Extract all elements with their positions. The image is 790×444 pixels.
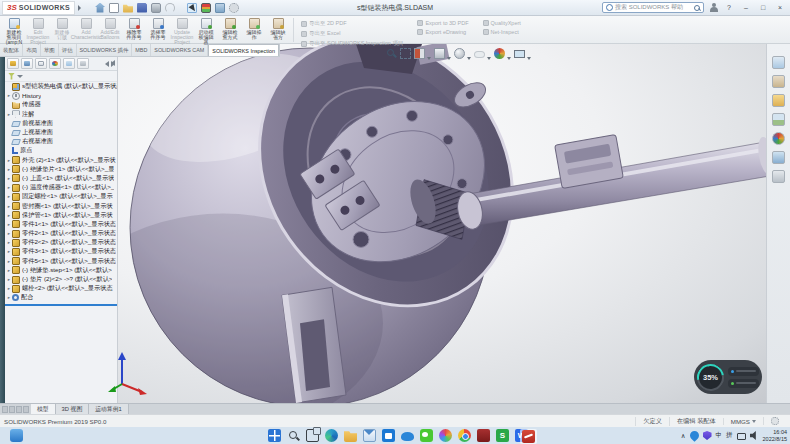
feature-tree-item[interactable]: ▸ 保护管<1> (默认<<默认>_显示状 [5,211,117,220]
close-button[interactable]: × [774,4,786,11]
view-settings-icon[interactable] [514,50,525,58]
ribbon-button[interactable]: Add Characteristic [74,17,98,43]
overlay-button-top[interactable] [728,367,759,376]
configurations-tab-icon[interactable] [35,58,47,69]
solidworks-taskbar-icon[interactable] [520,429,537,444]
feature-tree-item[interactable]: ▸ (-) 绝缘垫.step<1> (默认<<默认> [5,266,117,275]
mail-icon[interactable] [363,429,376,442]
feature-tree-item[interactable]: 右视基准面 [5,137,117,146]
search-input[interactable]: 搜索 SOLIDWORKS 帮助 [602,2,704,13]
save-icon[interactable] [137,3,147,13]
ribbon-button[interactable]: Add/Edit Balloons [98,17,122,43]
security-shield-icon[interactable] [703,431,712,440]
ribbon-button[interactable]: 启动模 板编辑 器 [194,17,218,43]
start-icon[interactable] [268,429,281,442]
feature-tree-item[interactable]: ▸ 螺栓<2> (默认<<默认>_显示状态 [5,284,117,293]
feature-tree-item[interactable]: ▸ (-) 温度传感器<1> (默认<<默认>_ [5,183,117,192]
ime-language-indicator[interactable]: 中 [716,431,723,440]
panel-scroll-left-icon[interactable] [105,61,109,67]
command-tab[interactable]: SOLIDWORKS 插件 [77,44,133,56]
ribbon-button[interactable]: Edit Inspection Project [26,17,50,43]
feature-tree-item[interactable]: 上视基准面 [5,128,117,137]
appearances-icon[interactable] [494,48,505,59]
volume-icon[interactable] [750,431,759,440]
overlay-button-bottom[interactable] [728,379,759,388]
search-icon[interactable] [287,429,300,442]
dimxpert-tab-icon[interactable] [49,58,61,69]
feature-tree-item[interactable]: ▸ History [5,91,117,100]
view-palette-icon[interactable] [772,113,785,126]
menu-expand-arrow-icon[interactable] [78,5,81,11]
display-tray-icon[interactable] [737,433,746,440]
command-tab[interactable]: SOLIDWORKS CAM [151,44,208,56]
ribbon-button[interactable]: 编辑缺 省方 [266,17,290,43]
options-gear-icon[interactable] [229,3,239,13]
feature-tree-item[interactable]: 原点 [5,146,117,155]
command-tab[interactable]: 草图 [41,44,59,56]
select-cursor-icon[interactable] [187,3,197,13]
feature-tree-item[interactable]: ▸ 零件2<2> (默认<<默认>_显示状态 [5,238,117,247]
onedrive-icon[interactable] [401,432,414,441]
hide-show-items-icon[interactable] [474,51,485,58]
feature-tree-item[interactable]: ▸ (-) 上盖<1> (默认<<默认>_显示状 [5,174,117,183]
status-options[interactable] [763,417,786,425]
command-tab[interactable]: 评估 [59,44,77,56]
section-view-icon[interactable] [414,48,425,59]
filter-funnel-icon[interactable] [8,73,15,80]
ribbon-button[interactable]: 编辑操 作 [242,17,266,43]
displaymanager-tab-icon[interactable] [63,58,75,69]
zoom-to-fit-icon[interactable] [386,48,397,59]
new-document-icon[interactable] [109,3,119,13]
feature-tree-item[interactable]: ▸ (-) 绝缘垫片<1> (默认<<默认>_显 [5,165,117,174]
command-tab[interactable]: SOLIDWORKS Inspection [208,44,279,56]
ribbon-button[interactable]: 选择零 件序号 [146,17,170,43]
tray-chevron-icon[interactable]: ∧ [681,432,686,440]
viewport-settings-icon[interactable] [215,3,225,13]
feature-tree-item[interactable]: 前视基准面 [5,119,117,128]
task-view-icon[interactable] [306,429,319,442]
feature-tree-item[interactable]: ▸ 零件1<1> (默认<<默认>_显示状态 [5,220,117,229]
panel-splitter[interactable] [5,304,117,306]
filter-caret-icon[interactable] [17,75,23,78]
featuremanager-tab-icon[interactable] [7,58,19,69]
feature-tree-item[interactable]: ▸ (-) 垫片 (2)<2> ->? (默认<<默认> [5,275,117,284]
reader-app-icon[interactable] [477,429,490,442]
undo-icon[interactable] [165,3,175,13]
appearances-scenes-icon[interactable] [772,132,785,145]
ribbon-button[interactable]: 新建检 查项目 (amp;N [2,17,26,43]
feature-tree-item[interactable]: 传感器 [5,100,117,109]
propertymanager-tab-icon[interactable] [21,58,33,69]
feature-tree-item[interactable]: s型铠装热电偶 (默认<默认_显示状态-1 [5,82,117,91]
home-icon[interactable] [95,3,105,13]
model-tab[interactable]: 3D 视图 [56,404,90,414]
feature-tree-item[interactable]: ▸ 零件2<1> (默认<<默认>_显示状态 [5,229,117,238]
tree-filter-bar[interactable] [5,71,117,82]
file-explorer-icon[interactable] [344,429,357,442]
feature-tree-item[interactable]: ▸ 固定螺栓<1> (默认<<默认>_显示 [5,192,117,201]
edge-icon[interactable] [325,429,338,442]
feature-tree-item[interactable]: ▸ 配合 [5,293,117,302]
design-library-icon[interactable] [772,75,785,88]
print-icon[interactable] [151,3,161,13]
file-explorer-pane-icon[interactable] [772,94,785,107]
widgets-icon[interactable] [10,429,23,442]
model-tab[interactable]: 模型 [31,404,56,414]
feature-tree-item[interactable]: ▸ 零件3<1> (默认<<默认>_显示状态 [5,247,117,256]
feature-tree-item[interactable]: ▸ 密封圈<1> (默认<<默认>_显示状 [5,201,117,210]
xshell-icon[interactable]: S [496,429,509,442]
view-orientation-icon[interactable] [434,48,445,59]
feature-tree-item[interactable]: ▸ 注解 [5,110,117,119]
graphics-viewport[interactable] [118,44,766,403]
cad-model-thermocouple[interactable] [118,44,766,403]
wechat-icon[interactable] [420,429,433,442]
zoom-to-area-icon[interactable] [400,48,411,59]
ime-mode-indicator[interactable]: 拼 [726,431,733,440]
feature-tree-item[interactable]: ▸ 零件5<1> (默认<<默认>_显示状态 [5,257,117,266]
inspection-tab-icon[interactable] [77,58,89,69]
minimize-button[interactable]: – [740,4,752,11]
store-icon[interactable] [382,429,395,442]
display-style-icon[interactable] [454,48,465,59]
panel-collapse-icon[interactable] [111,60,115,66]
chrome-icon[interactable] [458,429,471,442]
ribbon-button[interactable]: 编辑检 查方式 [218,17,242,43]
